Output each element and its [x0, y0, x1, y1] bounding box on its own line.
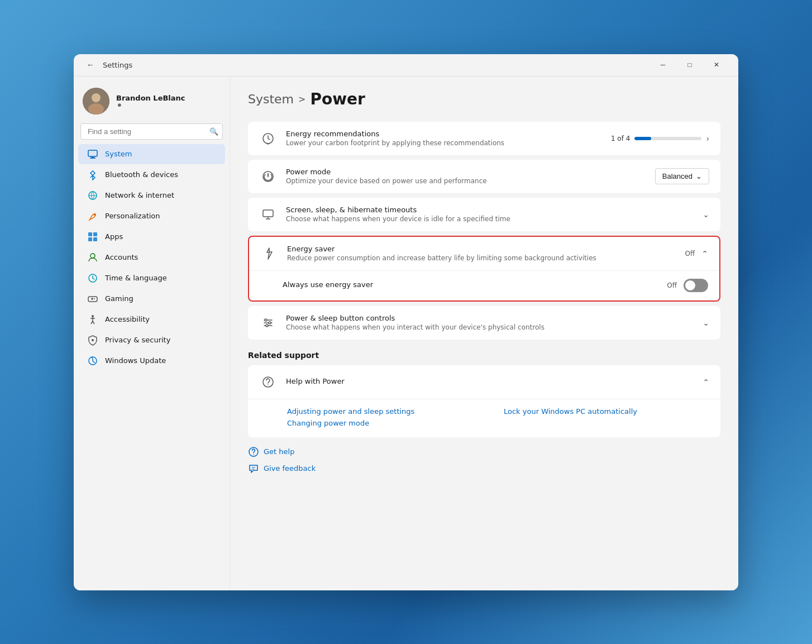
sidebar-item-label-personalization: Personalization	[105, 212, 160, 220]
energy-saver-expand-chevron[interactable]: ⌃	[701, 249, 708, 258]
toggle-track[interactable]	[684, 279, 708, 292]
personalization-icon	[87, 211, 98, 222]
svg-line-27	[93, 321, 94, 324]
time-icon	[87, 273, 98, 284]
related-support-card: Help with Power ⌃ Adjusting power and sl…	[248, 365, 720, 437]
avatar-image	[83, 88, 109, 115]
progress-bar	[634, 137, 701, 140]
breadcrumb-system: System	[248, 92, 294, 106]
apps-icon	[87, 231, 98, 242]
svg-point-9	[94, 213, 96, 216]
svg-rect-11	[88, 232, 92, 236]
sidebar-item-label-privacy: Privacy & security	[105, 336, 170, 344]
sidebar-item-label-time: Time & language	[105, 274, 167, 282]
support-link-lock-pc[interactable]: Lock your Windows PC automatically	[504, 407, 709, 416]
minimize-button[interactable]: ─	[650, 56, 676, 74]
toggle-thumb	[685, 280, 695, 290]
svg-point-28	[92, 339, 94, 341]
power-sleep-btn-row[interactable]: Power & sleep button controls Choose wha…	[248, 306, 720, 340]
energy-saver-desc: Reduce power consumption and increase ba…	[287, 254, 676, 262]
svg-point-42	[268, 384, 269, 385]
svg-rect-32	[263, 210, 273, 217]
power-mode-dropdown-chevron: ⌄	[696, 172, 702, 180]
progress-fill	[634, 137, 651, 140]
svg-rect-12	[93, 232, 97, 236]
close-button[interactable]: ✕	[704, 56, 729, 74]
titlebar: ← Settings ─ □ ✕	[74, 54, 738, 77]
power-mode-card: Power mode Optimize your device based on…	[248, 160, 720, 193]
power-mode-icon	[259, 168, 277, 185]
support-link-power-sleep[interactable]: Adjusting power and sleep settings	[287, 407, 493, 416]
screen-sleep-icon	[259, 206, 277, 223]
sidebar-item-apps[interactable]: Apps	[78, 227, 225, 247]
svg-point-23	[92, 315, 94, 317]
search-input[interactable]	[80, 123, 223, 140]
power-mode-action: Balanced ⌄	[655, 168, 709, 184]
user-dot: •	[116, 102, 185, 108]
help-with-power-chevron[interactable]: ⌃	[703, 378, 709, 387]
power-sleep-btn-title: Power & sleep button controls	[286, 314, 694, 322]
energy-saver-text: Energy saver Reduce power consumption an…	[287, 245, 676, 262]
progress-text: 1 of 4	[611, 135, 630, 142]
user-name: Brandon LeBlanc	[116, 94, 185, 102]
sidebar-item-gaming[interactable]: Gaming	[78, 289, 225, 309]
svg-point-22	[94, 298, 95, 299]
svg-point-38	[265, 319, 267, 321]
power-sleep-btn-icon	[259, 314, 277, 332]
power-mode-row: Power mode Optimize your device based on…	[248, 160, 720, 193]
sidebar-item-windows-update[interactable]: Windows Update	[78, 351, 225, 371]
back-button[interactable]: ←	[83, 57, 98, 73]
privacy-icon	[87, 335, 98, 346]
sidebar-item-label-update: Windows Update	[105, 356, 166, 365]
screen-sleep-row[interactable]: Screen, sleep, & hibernate timeouts Choo…	[248, 198, 720, 231]
screen-sleep-action: ⌄	[703, 210, 709, 219]
sidebar-item-accounts[interactable]: Accounts	[78, 247, 225, 268]
svg-point-40	[266, 325, 268, 327]
energy-recommendations-chevron[interactable]: ›	[706, 134, 709, 143]
get-help-link[interactable]: Get help	[248, 446, 720, 457]
user-section: Brandon LeBlanc •	[74, 81, 230, 123]
support-link-power-mode[interactable]: Changing power mode	[287, 419, 493, 427]
give-feedback-link[interactable]: Give feedback	[248, 463, 720, 474]
svg-line-18	[93, 278, 94, 279]
settings-window: ← Settings ─ □ ✕	[74, 54, 738, 590]
power-sleep-btn-chevron[interactable]: ⌄	[703, 318, 709, 327]
help-with-power-title: Help with Power	[286, 377, 694, 385]
energy-saver-title: Energy saver	[287, 245, 676, 253]
energy-recommendations-desc: Lower your carbon footprint by applying …	[286, 139, 602, 147]
energy-saver-row[interactable]: Energy saver Reduce power consumption an…	[249, 237, 719, 271]
search-box: 🔍	[80, 123, 223, 140]
power-mode-dropdown[interactable]: Balanced ⌄	[655, 168, 709, 184]
system-icon	[87, 149, 98, 160]
screen-sleep-text: Screen, sleep, & hibernate timeouts Choo…	[286, 206, 694, 223]
search-icon: 🔍	[209, 127, 218, 136]
sidebar-item-privacy[interactable]: Privacy & security	[78, 330, 225, 350]
energy-recommendations-title: Energy recommendations	[286, 130, 602, 138]
svg-point-2	[88, 103, 104, 115]
footer-links: Get help Give feedback	[248, 446, 720, 474]
avatar	[83, 88, 109, 115]
sidebar-item-system[interactable]: System	[78, 144, 225, 164]
power-mode-value: Balanced	[662, 172, 692, 180]
power-sleep-btn-desc: Choose what happens when you interact wi…	[286, 323, 694, 331]
main-layout: Brandon LeBlanc • 🔍 System	[74, 77, 738, 590]
sidebar-item-bluetooth[interactable]: Bluetooth & devices	[78, 165, 225, 185]
sidebar-nav: System Bluetooth & devices Network & int…	[74, 144, 230, 371]
energy-recommendations-action: 1 of 4 ›	[611, 134, 709, 143]
energy-saver-toggle[interactable]	[684, 279, 708, 292]
sidebar-item-personalization[interactable]: Personalization	[78, 206, 225, 226]
sidebar-item-network[interactable]: Network & internet	[78, 185, 225, 206]
screen-sleep-title: Screen, sleep, & hibernate timeouts	[286, 206, 694, 214]
energy-recommendations-row[interactable]: Energy recommendations Lower your carbon…	[248, 122, 720, 155]
screen-sleep-chevron[interactable]: ⌄	[703, 210, 709, 219]
sidebar-item-time[interactable]: Time & language	[78, 268, 225, 288]
sidebar-item-label-bluetooth: Bluetooth & devices	[105, 170, 178, 179]
maximize-button[interactable]: □	[677, 56, 703, 74]
screen-sleep-card: Screen, sleep, & hibernate timeouts Choo…	[248, 198, 720, 231]
energy-saver-action: Off ⌃	[685, 249, 708, 258]
svg-point-39	[269, 322, 271, 324]
energy-recommendations-card: Energy recommendations Lower your carbon…	[248, 122, 720, 155]
help-with-power-row[interactable]: Help with Power ⌃	[248, 365, 720, 399]
sidebar-item-accessibility[interactable]: Accessibility	[78, 309, 225, 330]
help-with-power-icon	[259, 373, 277, 391]
